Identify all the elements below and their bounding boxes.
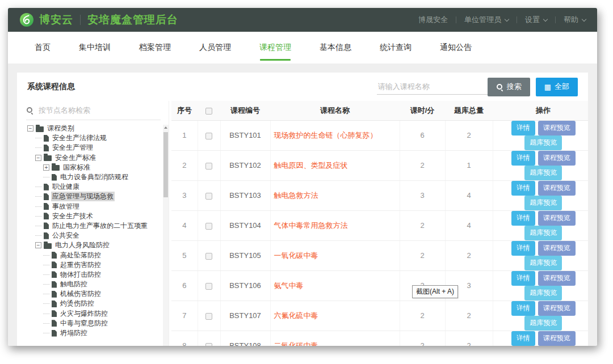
tree-connector [43, 274, 49, 275]
tree-search-input[interactable] [37, 105, 161, 115]
file-icon [52, 320, 57, 327]
tree-node[interactable]: 灼烫伤防控 [26, 299, 161, 308]
scrollbar-thumb[interactable] [163, 132, 168, 197]
header-menu-2[interactable]: 设置 [525, 15, 547, 25]
scroll-up-arrow[interactable] [164, 126, 167, 129]
brand-area: 博安云 安培魔盒管理后台 [19, 12, 178, 27]
tree-node[interactable]: −电力人身风险防控 [26, 240, 161, 250]
cell-hours: 2 [400, 300, 445, 331]
column-header-code: 课程编号 [220, 101, 270, 120]
tree-node[interactable]: 起重伤害防控 [26, 260, 161, 270]
row-checkbox[interactable] [205, 253, 212, 260]
course-preview-button[interactable]: 课程预览 [538, 211, 576, 226]
tree-node[interactable]: 物体打击防控 [26, 270, 161, 280]
all-button[interactable]: ▦ 全部 [536, 78, 578, 96]
course-preview-button[interactable]: 课程预览 [538, 301, 576, 316]
tree-node[interactable]: 火灾与爆炸防控 [26, 309, 161, 319]
cell-actions: 详情课程预览题库预览 [493, 210, 588, 240]
cell-course-name: 氨气中毒 [270, 270, 400, 300]
collapse-icon[interactable]: − [35, 242, 41, 248]
detail-button[interactable]: 详情 [511, 211, 535, 226]
tree-node[interactable]: 公共安全 [26, 231, 161, 240]
collapse-icon[interactable]: − [35, 155, 41, 161]
tree-node[interactable]: 职业健康 [26, 182, 161, 192]
cell-actions: 详情课程预览题库预览 [493, 270, 588, 300]
tree-node[interactable]: 防止电力生产事故的二十五项重 [26, 221, 161, 231]
tab-5[interactable]: 课程管理 [245, 32, 305, 64]
bank-preview-button[interactable]: 题库预览 [524, 166, 562, 180]
tree-node[interactable]: 应急管理与现场急救 [26, 192, 161, 201]
row-checkbox[interactable] [205, 163, 212, 170]
course-preview-button[interactable]: 课程预览 [538, 271, 576, 286]
bank-preview-button[interactable]: 题库预览 [524, 196, 562, 210]
cell-question-count: 2 [445, 331, 493, 346]
detail-button[interactable]: 详情 [511, 181, 535, 196]
detail-button[interactable]: 详情 [511, 271, 535, 286]
table-row: 2BSTY102触电原因、类型及症状21详情课程预览题库预览 [171, 150, 588, 180]
file-icon [52, 252, 57, 259]
tree-node[interactable]: −安全生产标准 [26, 153, 161, 163]
course-preview-button[interactable]: 课程预览 [538, 241, 576, 256]
detail-button[interactable]: 详情 [511, 151, 535, 166]
tree-node[interactable]: 机械伤害防控 [26, 289, 161, 299]
tree-node[interactable]: +国家标准 [26, 163, 161, 172]
cell-checkbox [198, 331, 220, 346]
detail-button[interactable]: 详情 [511, 301, 535, 316]
tree-node[interactable]: 安全生产管理 [26, 143, 161, 153]
row-checkbox[interactable] [205, 343, 212, 346]
cell-no: 8 [171, 331, 198, 346]
app-window: 博安云 安培魔盒管理后台 博晟安全单位管理员设置帮助 首页集中培训档案管理人员管… [8, 8, 597, 346]
header-menu-label: 单位管理员 [464, 15, 501, 25]
detail-button[interactable]: 详情 [511, 121, 535, 136]
tab-6[interactable]: 基本信息 [305, 32, 366, 64]
tab-8[interactable]: 通知公告 [426, 32, 486, 64]
row-checkbox[interactable] [205, 193, 212, 200]
tree-node[interactable]: 触电防控 [26, 280, 161, 289]
tab-2[interactable]: 集中培训 [65, 32, 125, 64]
cell-question-count: 2 [445, 120, 493, 150]
course-preview-button[interactable]: 课程预览 [538, 331, 576, 346]
bank-preview-button[interactable]: 题库预览 [524, 346, 562, 346]
tree-connector [35, 187, 41, 187]
row-checkbox[interactable] [205, 133, 212, 139]
tab-1[interactable]: 首页 [20, 32, 65, 64]
course-search-input[interactable] [377, 79, 488, 95]
top-header: 博安云 安培魔盒管理后台 博晟安全单位管理员设置帮助 [8, 8, 597, 32]
tree-node[interactable]: 电力设备典型消防规程 [26, 172, 161, 182]
file-icon [44, 135, 49, 142]
header-menu-3[interactable]: 帮助 [564, 15, 586, 25]
tree-node[interactable]: 高处坠落防控 [26, 250, 161, 260]
tree-node[interactable]: 坍塌防控 [26, 328, 161, 338]
detail-button[interactable]: 详情 [511, 331, 535, 346]
bank-preview-button[interactable]: 题库预览 [524, 256, 562, 270]
course-table: 序号 课程编号 课程名称 课时/分 题库总量 操作 1 [171, 101, 588, 346]
expand-icon[interactable]: + [43, 164, 49, 171]
tree-vertical-scrollbar[interactable] [163, 125, 169, 346]
detail-button[interactable]: 详情 [511, 241, 535, 256]
tree-node[interactable]: −课程类别 [26, 124, 161, 133]
row-checkbox[interactable] [205, 223, 212, 230]
bank-preview-button[interactable]: 题库预览 [524, 286, 562, 300]
header-menu-1[interactable]: 单位管理员 [464, 15, 509, 25]
tab-7[interactable]: 统计查询 [366, 32, 426, 64]
tree-node[interactable]: 事故管理 [26, 202, 161, 211]
file-icon [44, 145, 49, 151]
row-checkbox[interactable] [205, 313, 212, 320]
tree-node[interactable]: 中毒与窒息防控 [26, 319, 161, 328]
course-preview-button[interactable]: 课程预览 [538, 151, 576, 166]
bank-preview-button[interactable]: 题库预览 [524, 226, 562, 240]
course-preview-button[interactable]: 课程预览 [538, 181, 576, 196]
tab-4[interactable]: 人员管理 [185, 32, 245, 64]
workspace: 系统课程信息 搜索 ▦ 全部 [8, 64, 597, 346]
course-preview-button[interactable]: 课程预览 [538, 121, 576, 136]
tree-node[interactable]: 安全生产法律法规 [26, 133, 161, 143]
tree-node[interactable]: 安全生产技术 [26, 211, 161, 221]
bank-preview-button[interactable]: 题库预览 [524, 136, 562, 150]
bank-preview-button[interactable]: 题库预览 [524, 316, 562, 331]
tab-3[interactable]: 档案管理 [125, 32, 185, 64]
cell-checkbox [198, 180, 220, 210]
select-all-checkbox[interactable] [205, 108, 212, 115]
search-button[interactable]: 搜索 [488, 78, 530, 96]
row-checkbox[interactable] [205, 283, 212, 290]
collapse-icon[interactable]: − [27, 125, 33, 132]
